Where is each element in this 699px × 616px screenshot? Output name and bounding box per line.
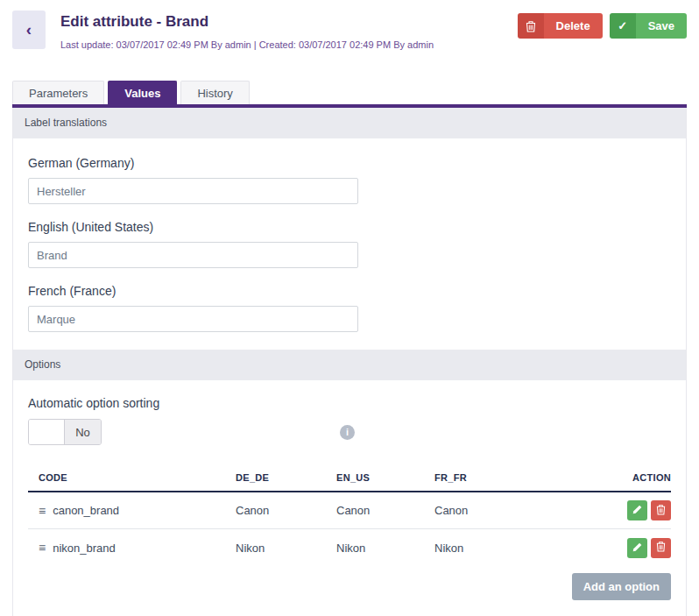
options-table: CODE DE_DE EN_US FR_FR ACTION ≡ canon_br… (28, 464, 671, 566)
toggle-state-label: No (65, 420, 101, 444)
option-fr-value: Nikon (434, 542, 588, 555)
trash-icon (656, 504, 666, 518)
sorting-toggle[interactable]: No (28, 419, 102, 445)
tab-values[interactable]: Values (108, 81, 177, 108)
translation-fields: German (Germany) English (United States)… (13, 138, 686, 350)
option-de-value: Nikon (236, 542, 336, 555)
tab-history[interactable]: History (180, 81, 249, 104)
canon-actions (588, 500, 671, 520)
option-code: canon_brand (53, 504, 119, 517)
header-actions: Delete ✓ Save (518, 11, 687, 39)
section-label-translations: Label translations (13, 108, 686, 138)
header-titles: Edit attribute - Brand Last update: 03/0… (60, 11, 518, 50)
tab-parameters[interactable]: Parameters (12, 81, 104, 104)
toggle-handle (29, 420, 65, 444)
english-label: English (United States) (28, 220, 671, 234)
delete-button-label: Delete (544, 13, 603, 39)
english-input[interactable] (28, 242, 358, 268)
delete-option-button[interactable] (651, 538, 671, 558)
field-english: English (United States) (28, 220, 671, 268)
sorting-toggle-row: No i (28, 419, 671, 445)
nikon-code-cell: ≡ nikon_brand (28, 541, 236, 555)
save-button-label: Save (636, 13, 687, 39)
field-french: French (France) (28, 284, 671, 332)
chevron-left-icon: ‹ (26, 21, 32, 38)
options-body: Automatic option sorting No i CODE DE_DE… (13, 396, 686, 616)
german-input[interactable] (28, 178, 358, 204)
option-code: nikon_brand (53, 542, 116, 555)
header-de-de: DE_DE (236, 472, 336, 483)
save-button[interactable]: ✓ Save (610, 13, 687, 39)
header-fr-fr: FR_FR (434, 472, 588, 483)
header-action: ACTION (588, 472, 671, 483)
nikon-actions (588, 538, 671, 558)
pencil-icon (632, 542, 642, 555)
option-row-canon: ≡ canon_brand Canon Canon Canon (28, 492, 671, 529)
add-option-button[interactable]: Add an option (572, 573, 671, 600)
tab-bar: Parameters Values History (12, 81, 699, 104)
page-header: ‹ Edit attribute - Brand Last update: 03… (0, 0, 699, 67)
header-code: CODE (28, 472, 236, 483)
edit-option-button[interactable] (627, 538, 647, 558)
field-german: German (Germany) (28, 156, 671, 204)
page-meta: Last update: 03/07/2017 02:49 PM By admi… (60, 39, 518, 50)
german-label: German (Germany) (28, 156, 671, 170)
trash-icon (518, 13, 544, 39)
drag-handle-icon[interactable]: ≡ (39, 504, 46, 518)
info-icon[interactable]: i (340, 425, 355, 440)
section-options: Options (13, 350, 686, 380)
pencil-icon (632, 504, 642, 517)
edit-option-button[interactable] (627, 500, 647, 520)
french-input[interactable] (28, 306, 358, 332)
drag-handle-icon[interactable]: ≡ (39, 541, 46, 555)
french-label: French (France) (28, 284, 671, 298)
option-row-nikon: ≡ nikon_brand Nikon Nikon Nikon (28, 529, 671, 566)
back-button[interactable]: ‹ (12, 11, 46, 49)
delete-option-button[interactable] (651, 500, 671, 520)
add-option-row: Add an option (28, 573, 671, 600)
header-en-us: EN_US (336, 472, 434, 483)
delete-button[interactable]: Delete (518, 13, 603, 39)
option-fr-value: Canon (434, 504, 588, 517)
trash-icon (656, 541, 666, 555)
automatic-sorting-label: Automatic option sorting (28, 396, 671, 410)
values-panel: Label translations German (Germany) Engl… (12, 108, 687, 616)
option-en-value: Canon (336, 504, 434, 517)
option-de-value: Canon (236, 504, 336, 517)
check-icon: ✓ (610, 13, 636, 39)
canon-code-cell: ≡ canon_brand (28, 504, 236, 518)
page-title: Edit attribute - Brand (60, 11, 518, 31)
options-table-header: CODE DE_DE EN_US FR_FR ACTION (28, 464, 671, 492)
option-en-value: Nikon (336, 542, 434, 555)
